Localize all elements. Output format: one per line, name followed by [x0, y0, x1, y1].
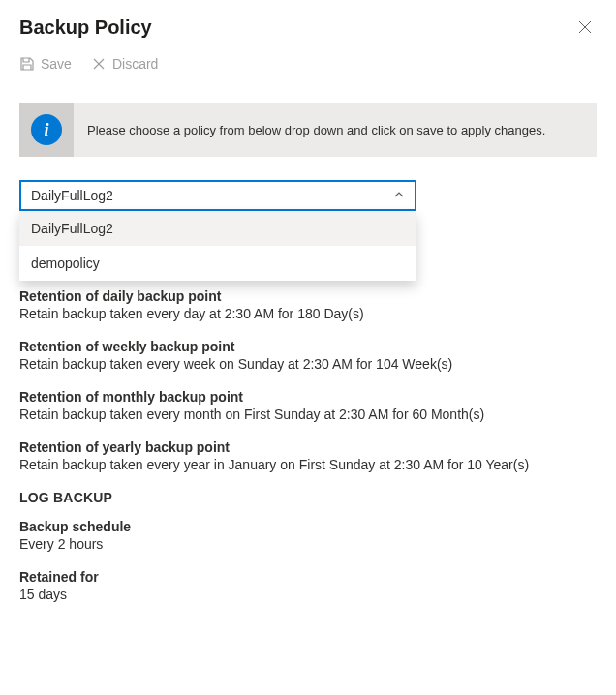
toolbar: Save Discard: [0, 50, 616, 83]
log-schedule-section: Backup schedule Every 2 hours: [19, 519, 597, 552]
policy-dropdown-menu: DailyFullLog2 demopolicy: [19, 211, 416, 281]
yearly-retention-title: Retention of yearly backup point: [19, 439, 597, 455]
discard-icon: [91, 56, 107, 72]
monthly-retention-title: Retention of monthly backup point: [19, 389, 597, 405]
dropdown-option-demopolicy[interactable]: demopolicy: [19, 246, 416, 281]
log-retained-section: Retained for 15 days: [19, 569, 597, 602]
policy-dropdown-wrapper: DailyFullLog2 DailyFullLog2 demopolicy: [19, 180, 416, 211]
yearly-retention-body: Retain backup taken every year in Januar…: [19, 457, 597, 472]
page-title: Backup Policy: [19, 16, 152, 39]
info-banner-text: Please choose a policy from below drop d…: [74, 123, 559, 137]
log-schedule-body: Every 2 hours: [19, 536, 597, 552]
save-button[interactable]: Save: [19, 56, 72, 72]
log-backup-heading: LOG BACKUP: [19, 490, 597, 505]
chevron-up-icon: [393, 188, 405, 203]
close-icon: [578, 20, 592, 34]
weekly-retention-section: Retention of weekly backup point Retain …: [19, 339, 597, 372]
backup-policy-panel: Backup Policy Save Discard i: [0, 0, 616, 695]
log-retained-title: Retained for: [19, 569, 597, 585]
content-area: i Please choose a policy from below drop…: [0, 83, 616, 695]
weekly-retention-title: Retention of weekly backup point: [19, 339, 597, 354]
monthly-retention-section: Retention of monthly backup point Retain…: [19, 389, 597, 422]
discard-label: Discard: [112, 56, 158, 72]
log-retained-body: 15 days: [19, 587, 597, 602]
panel-header: Backup Policy: [0, 0, 616, 50]
daily-retention-body: Retain backup taken every day at 2:30 AM…: [19, 306, 597, 321]
save-label: Save: [41, 56, 72, 72]
daily-retention-title: Retention of daily backup point: [19, 288, 597, 304]
close-button[interactable]: [570, 12, 601, 43]
yearly-retention-section: Retention of yearly backup point Retain …: [19, 439, 597, 472]
daily-retention-section: Retention of daily backup point Retain b…: [19, 288, 597, 321]
weekly-retention-body: Retain backup taken every week on Sunday…: [19, 356, 597, 372]
monthly-retention-body: Retain backup taken every month on First…: [19, 407, 597, 422]
dropdown-option-dailyfulllog2[interactable]: DailyFullLog2: [19, 211, 416, 246]
log-schedule-title: Backup schedule: [19, 519, 597, 534]
info-icon: i: [31, 114, 62, 145]
policy-dropdown-value: DailyFullLog2: [31, 188, 113, 203]
info-banner: i Please choose a policy from below drop…: [19, 103, 597, 157]
policy-dropdown[interactable]: DailyFullLog2: [19, 180, 416, 211]
save-icon: [19, 56, 35, 72]
discard-button[interactable]: Discard: [91, 56, 158, 72]
info-icon-container: i: [19, 103, 74, 157]
